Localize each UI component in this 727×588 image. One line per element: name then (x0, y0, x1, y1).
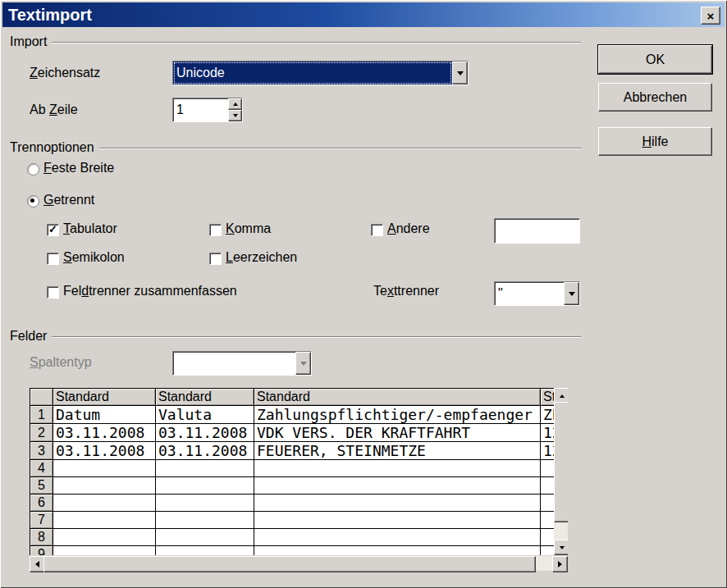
table-cell[interactable] (53, 512, 156, 529)
table-row: 5 (30, 477, 569, 495)
table-cell[interactable] (156, 495, 254, 512)
comma-label[interactable]: Komma (226, 221, 271, 236)
spin-down-button[interactable] (228, 110, 242, 121)
column-type-combobox (172, 351, 312, 376)
scroll-right-button[interactable] (552, 556, 568, 572)
table-cell[interactable]: 03.11.2008 (156, 424, 254, 442)
table-cell[interactable] (53, 477, 156, 495)
table-cell[interactable] (156, 460, 254, 477)
group-separator-options: Trennoptionen (10, 140, 581, 155)
row-number[interactable]: 6 (30, 495, 53, 512)
charset-dropdown-button[interactable] (452, 62, 468, 84)
cancel-button[interactable]: Abbrechen (598, 83, 712, 112)
table-cell[interactable] (156, 529, 254, 546)
arrow-left-icon (35, 561, 39, 567)
charset-selected-value[interactable]: Unicode (173, 62, 452, 84)
table-cell[interactable] (156, 512, 254, 529)
arrow-up-icon (233, 103, 238, 106)
text-delimiter-value[interactable]: " (495, 282, 564, 305)
row-number[interactable]: 1 (30, 406, 53, 424)
semicolon-checkbox[interactable] (47, 253, 59, 265)
cancel-button-label: Abbrechen (624, 90, 687, 105)
scroll-down-button[interactable] (554, 540, 568, 555)
table-cell[interactable] (53, 546, 156, 556)
table-cell[interactable]: Zahlungspflichtiger/-empfaenger (254, 406, 541, 424)
space-checkbox[interactable] (209, 253, 222, 265)
horizontal-scroll-thumb[interactable] (43, 556, 536, 572)
chevron-down-icon (457, 71, 464, 75)
row-number[interactable]: 4 (30, 460, 53, 477)
table-cell[interactable] (254, 529, 541, 546)
row-number[interactable]: 7 (30, 512, 53, 529)
table-cell[interactable]: Datum (53, 406, 156, 424)
table-cell[interactable] (53, 529, 156, 546)
row-number[interactable]: 5 (30, 477, 53, 495)
fixed-width-label[interactable]: Feste Breite (43, 161, 114, 175)
semicolon-label[interactable]: Semikolon (63, 250, 125, 265)
table-cell[interactable] (53, 495, 156, 512)
comma-checkbox[interactable] (209, 224, 222, 236)
table-cell[interactable] (53, 460, 156, 477)
charset-label: Zeichensatz (30, 66, 100, 80)
row-number[interactable]: 2 (30, 424, 53, 442)
close-button[interactable]: × (701, 7, 720, 25)
from-row-value[interactable]: 1 (173, 98, 228, 121)
arrow-down-icon (560, 546, 565, 549)
group-separator-options-label: Trennoptionen (10, 140, 94, 155)
table-cell[interactable] (254, 460, 541, 477)
other-label[interactable]: Andere (387, 221, 430, 236)
table-cell[interactable] (254, 495, 541, 512)
table-cell[interactable] (156, 477, 254, 495)
column-header[interactable]: Standard (254, 389, 541, 406)
table-cell[interactable]: 03.11.2008 (53, 424, 156, 442)
table-cell[interactable] (254, 477, 541, 495)
table-header-row: StandardStandardStandardSt (30, 389, 569, 406)
separated-radio[interactable] (27, 195, 39, 207)
table-row: 1DatumValutaZahlungspflichtiger/-empfaen… (30, 406, 569, 424)
arrow-down-icon (233, 114, 238, 117)
chevron-down-icon (300, 362, 307, 366)
table-cell[interactable]: Valuta (156, 406, 254, 424)
text-delimiter-dropdown-button[interactable] (564, 282, 579, 305)
merge-delimiters-label[interactable]: Feldtrenner zusammenfassen (63, 284, 237, 299)
horizontal-scrollbar[interactable] (30, 556, 568, 571)
table-row: 7 (30, 512, 569, 529)
table-cell[interactable] (156, 546, 254, 556)
table-cell[interactable]: FEUERER, STEINMETZE (254, 442, 541, 460)
table-cell[interactable]: 03.11.2008 (53, 442, 156, 460)
row-number[interactable]: 3 (30, 442, 53, 460)
table-row: 8 (30, 529, 569, 546)
row-number[interactable]: 8 (30, 529, 53, 546)
spin-up-button[interactable] (228, 98, 242, 110)
column-header[interactable]: Standard (156, 389, 254, 406)
tab-checkbox[interactable] (47, 224, 59, 236)
preview-grid[interactable]: StandardStandardStandardSt1DatumValutaZa… (30, 388, 568, 555)
title-bar[interactable]: Textimport × (2, 2, 725, 27)
space-label[interactable]: Leerzeichen (226, 250, 297, 265)
from-row-spinner[interactable]: 1 (172, 98, 243, 122)
table-cell[interactable] (254, 512, 541, 529)
table-cell[interactable]: VDK VERS. DER KRAFTFAHRT (254, 424, 541, 442)
merge-delimiters-checkbox[interactable] (47, 286, 59, 299)
charset-combobox[interactable]: Unicode (172, 61, 469, 85)
column-header[interactable]: Standard (53, 389, 156, 406)
arrow-up-icon (560, 394, 565, 398)
fixed-width-radio[interactable] (27, 163, 39, 175)
table-cell[interactable]: 03.11.2008 (156, 442, 254, 460)
grid-corner-cell[interactable] (30, 389, 53, 406)
table-row: 9 (30, 546, 569, 556)
other-separator-input[interactable] (494, 218, 580, 244)
group-fields-line (52, 336, 581, 338)
vertical-scrollbar[interactable] (554, 388, 568, 555)
help-button[interactable]: Hilfe (598, 127, 712, 156)
tab-label[interactable]: Tabulator (63, 221, 117, 236)
text-delimiter-combobox[interactable]: " (494, 281, 580, 306)
window-title: Textimport (8, 6, 92, 25)
other-checkbox[interactable] (371, 224, 383, 236)
separated-label[interactable]: Getrennt (43, 193, 94, 207)
group-import: Import (10, 34, 581, 49)
row-number[interactable]: 9 (30, 546, 53, 556)
vertical-scroll-thumb[interactable] (554, 402, 568, 522)
table-cell[interactable] (254, 546, 541, 556)
ok-button[interactable]: OK (598, 45, 712, 74)
